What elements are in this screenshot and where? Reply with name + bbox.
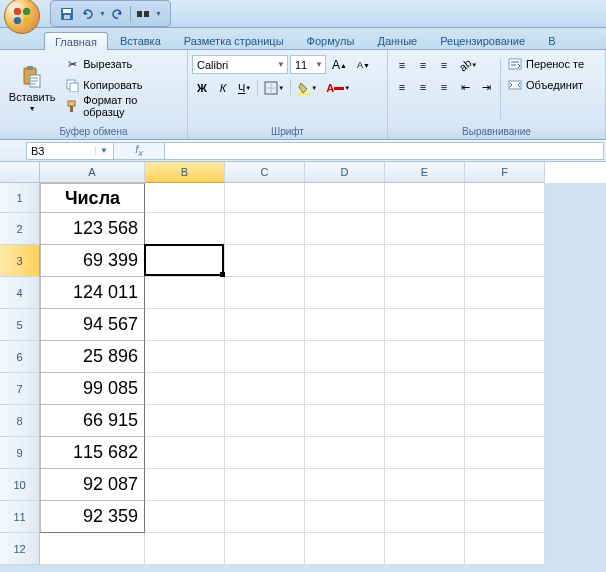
fx-button[interactable]: fx [126, 143, 152, 158]
cell-D8[interactable] [305, 405, 385, 437]
cell-D7[interactable] [305, 373, 385, 405]
cell-B9[interactable] [145, 437, 225, 469]
column-header-C[interactable]: C [225, 162, 305, 183]
undo-icon[interactable] [79, 6, 95, 22]
font-name-combo[interactable]: Calibri ▼ [192, 55, 288, 74]
cell-C6[interactable] [225, 341, 305, 373]
cell-F6[interactable] [465, 341, 545, 373]
cell-C8[interactable] [225, 405, 305, 437]
font-color-button[interactable]: A▼ [322, 78, 354, 98]
cell-D3[interactable] [305, 245, 385, 277]
cell-A4[interactable]: 124 011 [40, 277, 145, 309]
cell-F2[interactable] [465, 213, 545, 245]
undo-dropdown-icon[interactable]: ▼ [99, 10, 106, 17]
cell-B12[interactable] [145, 533, 225, 565]
cell-C2[interactable] [225, 213, 305, 245]
cell-A10[interactable]: 92 087 [40, 469, 145, 501]
paste-button[interactable]: Вставить ▼ [4, 52, 60, 125]
grow-font-button[interactable]: A▲ [328, 55, 351, 75]
cell-B2[interactable] [145, 213, 225, 245]
qat-extra-icon[interactable] [135, 6, 151, 22]
cell-A8[interactable]: 66 915 [40, 405, 145, 437]
cell-C12[interactable] [225, 533, 305, 565]
merge-button[interactable]: Объединит [505, 75, 586, 95]
bold-button[interactable]: Ж [192, 78, 212, 98]
format-painter-button[interactable]: Формат по образцу [62, 96, 183, 116]
cell-C3[interactable] [225, 245, 305, 277]
cell-A2[interactable]: 123 568 [40, 213, 145, 245]
cell-D11[interactable] [305, 501, 385, 533]
row-header-3[interactable]: 3 [0, 245, 40, 277]
cell-F1[interactable] [465, 183, 545, 213]
cell-F11[interactable] [465, 501, 545, 533]
name-box[interactable]: B3 ▼ [26, 142, 114, 160]
borders-button[interactable]: ▼ [260, 78, 288, 98]
cell-E6[interactable] [385, 341, 465, 373]
copy-button[interactable]: Копировать [62, 75, 183, 95]
office-button[interactable] [4, 0, 40, 34]
cell-A5[interactable]: 94 567 [40, 309, 145, 341]
redo-icon[interactable] [110, 6, 126, 22]
align-left-button[interactable]: ≡ [392, 77, 412, 97]
tab-view[interactable]: В [537, 31, 566, 49]
increase-indent-button[interactable]: ⇥ [476, 77, 496, 97]
wrap-text-button[interactable]: Перенос те [505, 54, 586, 74]
cell-B7[interactable] [145, 373, 225, 405]
row-header-1[interactable]: 1 [0, 183, 40, 213]
cell-F3[interactable] [465, 245, 545, 277]
fill-color-button[interactable]: ▼ [293, 78, 321, 98]
orientation-button[interactable]: ab▼ [455, 55, 481, 75]
cell-A12[interactable] [40, 533, 145, 565]
column-header-A[interactable]: A [40, 162, 145, 183]
cell-C9[interactable] [225, 437, 305, 469]
tab-data[interactable]: Данные [366, 31, 428, 49]
cell-E8[interactable] [385, 405, 465, 437]
decrease-indent-button[interactable]: ⇤ [455, 77, 475, 97]
cell-E7[interactable] [385, 373, 465, 405]
row-header-5[interactable]: 5 [0, 309, 40, 341]
cell-B11[interactable] [145, 501, 225, 533]
underline-button[interactable]: Ч▼ [234, 78, 255, 98]
align-middle-button[interactable]: ≡ [413, 55, 433, 75]
cell-B4[interactable] [145, 277, 225, 309]
cell-A7[interactable]: 99 085 [40, 373, 145, 405]
cell-E1[interactable] [385, 183, 465, 213]
cell-B1[interactable] [145, 183, 225, 213]
cell-E12[interactable] [385, 533, 465, 565]
save-icon[interactable] [59, 6, 75, 22]
cell-E11[interactable] [385, 501, 465, 533]
shrink-font-button[interactable]: A▼ [353, 55, 374, 75]
cell-D5[interactable] [305, 309, 385, 341]
tab-page-layout[interactable]: Разметка страницы [173, 31, 295, 49]
tab-review[interactable]: Рецензирование [429, 31, 536, 49]
qat-customize-icon[interactable]: ▼ [155, 10, 162, 17]
cell-C1[interactable] [225, 183, 305, 213]
cell-C11[interactable] [225, 501, 305, 533]
cell-C4[interactable] [225, 277, 305, 309]
font-size-combo[interactable]: 11 ▼ [290, 55, 326, 74]
cell-D12[interactable] [305, 533, 385, 565]
cell-E3[interactable] [385, 245, 465, 277]
column-header-B[interactable]: B [145, 162, 225, 183]
row-header-9[interactable]: 9 [0, 437, 40, 469]
row-header-2[interactable]: 2 [0, 213, 40, 245]
cell-C10[interactable] [225, 469, 305, 501]
cell-F10[interactable] [465, 469, 545, 501]
cut-button[interactable]: ✂ Вырезать [62, 54, 183, 74]
italic-button[interactable]: К [213, 78, 233, 98]
cell-E4[interactable] [385, 277, 465, 309]
cell-E5[interactable] [385, 309, 465, 341]
align-top-button[interactable]: ≡ [392, 55, 412, 75]
cell-B6[interactable] [145, 341, 225, 373]
row-header-10[interactable]: 10 [0, 469, 40, 501]
cell-D10[interactable] [305, 469, 385, 501]
row-header-12[interactable]: 12 [0, 533, 40, 565]
row-header-7[interactable]: 7 [0, 373, 40, 405]
cell-B3[interactable] [145, 245, 225, 277]
cell-D1[interactable] [305, 183, 385, 213]
cell-D6[interactable] [305, 341, 385, 373]
column-header-D[interactable]: D [305, 162, 385, 183]
row-header-8[interactable]: 8 [0, 405, 40, 437]
align-center-button[interactable]: ≡ [413, 77, 433, 97]
row-header-6[interactable]: 6 [0, 341, 40, 373]
